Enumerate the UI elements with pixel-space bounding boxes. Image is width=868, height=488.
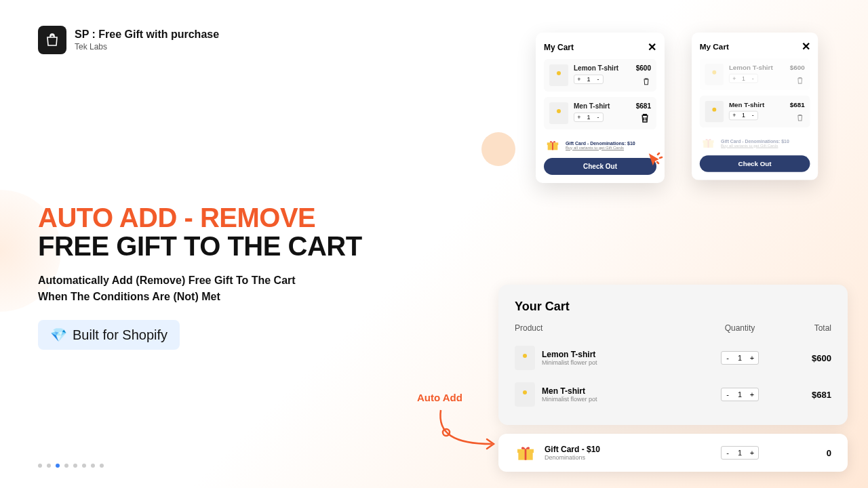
gift-card-row: Gift Card - $10Denominations -1+ 0 bbox=[498, 434, 848, 472]
gift-icon bbox=[545, 138, 560, 152]
product-thumb bbox=[705, 64, 724, 85]
auto-add-label: Auto Add bbox=[417, 392, 462, 403]
app-subtitle: Tek Labs bbox=[75, 42, 219, 52]
product-thumb bbox=[549, 64, 568, 86]
app-icon bbox=[38, 26, 66, 54]
dot[interactable] bbox=[38, 464, 42, 468]
cart-item: Lemon T-shirt +1- $600 bbox=[544, 59, 656, 92]
qty-stepper[interactable]: -1+ bbox=[721, 351, 759, 365]
checkout-button[interactable]: Check Out bbox=[700, 155, 810, 172]
hero-line1: AUTO ADD - REMOVE bbox=[38, 203, 431, 232]
gift-icon bbox=[515, 442, 536, 464]
click-cursor-icon bbox=[648, 152, 664, 172]
bg-dot bbox=[481, 132, 515, 166]
product-thumb bbox=[515, 346, 535, 370]
qty-stepper[interactable]: +1- bbox=[729, 74, 758, 83]
product-thumb bbox=[515, 382, 535, 407]
cart-item: Lemon T-shirt +1- $600 bbox=[700, 58, 810, 90]
mini-cart-active: My Cart ✕ Lemon T-shirt +1- $600 Men T-s… bbox=[536, 33, 665, 183]
dot[interactable] bbox=[73, 464, 77, 468]
cart-title: My Cart bbox=[700, 42, 729, 52]
diamond-icon: 💎 bbox=[50, 327, 67, 343]
dot[interactable] bbox=[91, 464, 95, 468]
trash-icon[interactable] bbox=[639, 112, 651, 124]
close-icon[interactable]: ✕ bbox=[648, 41, 656, 54]
qty-stepper: +1- bbox=[729, 111, 758, 121]
carousel-dots[interactable] bbox=[38, 464, 104, 468]
dot[interactable] bbox=[100, 464, 104, 468]
gift-icon bbox=[701, 136, 716, 150]
svg-rect-2 bbox=[552, 142, 553, 150]
your-cart-panel: Your Cart Product Quantity Total Lemon T… bbox=[498, 285, 848, 425]
table-row: Lemon T-shirtMinimalist flower pot -1+ $… bbox=[515, 340, 831, 376]
mini-cart-removed: My Cart ✕ Lemon T-shirt +1- $600 Men T-s… bbox=[692, 33, 818, 180]
dot[interactable] bbox=[64, 464, 68, 468]
dot[interactable] bbox=[82, 464, 86, 468]
table-row: Men T-shirtMinimalist flower pot -1+ $68… bbox=[515, 376, 831, 413]
trash-icon bbox=[795, 113, 805, 123]
cart-title: My Cart bbox=[544, 43, 574, 52]
app-title: SP : Free Gift with purchase bbox=[75, 28, 219, 41]
badge-text: Built for Shopify bbox=[73, 327, 167, 343]
qty-stepper[interactable]: +1- bbox=[574, 113, 604, 122]
product-thumb bbox=[549, 102, 568, 124]
dot-active[interactable] bbox=[56, 464, 60, 468]
trash-icon[interactable] bbox=[795, 76, 805, 85]
hero-line2: FREE GIFT TO THE CART bbox=[38, 232, 431, 260]
cart-item-faded: Men T-shirt +1- $681 bbox=[700, 96, 810, 127]
qty-stepper[interactable]: +1- bbox=[574, 75, 604, 84]
shopify-badge: 💎 Built for Shopify bbox=[38, 320, 180, 350]
gift-row-faded: Gift Card - Denominations: $10 Buy all v… bbox=[700, 133, 810, 155]
trash-icon[interactable] bbox=[642, 77, 651, 86]
product-thumb bbox=[705, 101, 724, 122]
dot[interactable] bbox=[47, 464, 51, 468]
hero: AUTO ADD - REMOVE FREE GIFT TO THE CART … bbox=[38, 203, 431, 350]
checkout-button[interactable]: Check Out bbox=[544, 158, 656, 175]
svg-rect-5 bbox=[708, 140, 709, 148]
gift-row: Gift Card - Denominations: $10 Buy all v… bbox=[544, 135, 656, 158]
qty-stepper[interactable]: -1+ bbox=[721, 446, 759, 460]
table-headers: Product Quantity Total bbox=[515, 323, 831, 333]
close-icon[interactable]: ✕ bbox=[802, 41, 810, 54]
svg-rect-8 bbox=[525, 449, 527, 460]
qty-stepper[interactable]: -1+ bbox=[721, 388, 759, 401]
your-cart-title: Your Cart bbox=[515, 300, 831, 314]
app-header: SP : Free Gift with purchase Tek Labs bbox=[38, 26, 219, 54]
hero-desc: Automatically Add (Remove) Free Gift To … bbox=[38, 272, 431, 305]
arrow-icon bbox=[434, 407, 502, 454]
cart-item: Men T-shirt +1- $681 bbox=[544, 97, 656, 129]
